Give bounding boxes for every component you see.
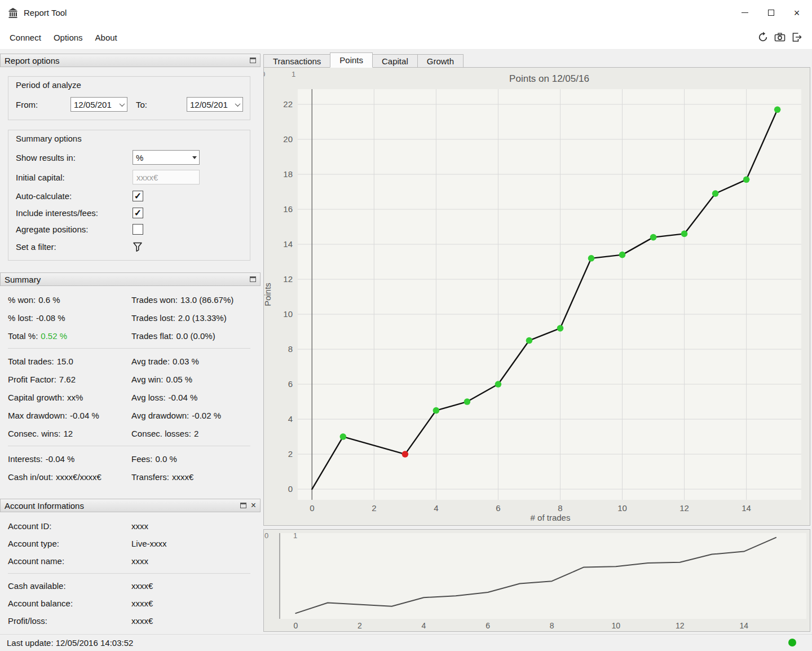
float-panel-icon[interactable]: [250, 276, 256, 282]
stat-value: 7.62: [59, 375, 76, 384]
svg-text:1: 1: [292, 70, 295, 78]
float-panel-icon[interactable]: [250, 58, 256, 63]
close-panel-icon[interactable]: ×: [251, 501, 256, 510]
include-fees-label: Include interests/fees:: [16, 208, 133, 218]
account-informations-panel: Account Informations × Account ID:xxxx A…: [0, 499, 261, 633]
initial-capital-input[interactable]: [133, 170, 200, 184]
maximize-button[interactable]: [758, 0, 784, 25]
svg-text:6: 6: [288, 379, 293, 389]
refresh-button[interactable]: [757, 31, 769, 43]
menu-connect[interactable]: Connect: [3, 29, 47, 46]
summary-row: % won:0.6 % Trades won:13.0 (86.67%): [0, 291, 261, 309]
account-label: Account type:: [8, 539, 131, 548]
summary-panel: Summary % won:0.6 % Trades won:13.0 (86.…: [0, 272, 261, 499]
stat-value: -0.02 %: [192, 411, 221, 420]
date-to-combobox[interactable]: 12/05/201: [187, 97, 243, 112]
maximize-icon: [768, 10, 774, 16]
stat-value: -0.04 %: [46, 454, 75, 464]
show-results-combobox[interactable]: %: [133, 150, 200, 165]
tab-growth[interactable]: Growth: [417, 54, 464, 68]
stat-label: Capital growth:: [8, 393, 64, 402]
points-navigator-canvas: 0246810121401: [264, 530, 810, 631]
stat-value: -0.04 %: [169, 393, 198, 402]
stat-value: xxxx€/xxxx€: [56, 472, 102, 482]
summary-row: Max drawdown:-0.04 % Avg drawdown:-0.02 …: [0, 406, 261, 424]
points-navigator-chart: 0246810121401: [263, 529, 810, 632]
tab-transactions[interactable]: Transactions: [263, 54, 330, 68]
auto-calculate-checkbox[interactable]: ✓: [133, 191, 143, 201]
svg-text:14: 14: [742, 503, 751, 513]
close-button[interactable]: ×: [784, 0, 810, 25]
window-controls: ×: [732, 0, 810, 25]
stat-label: % lost:: [8, 313, 33, 323]
menu-about[interactable]: About: [89, 29, 123, 46]
total-percent-value: 0.52 %: [41, 331, 67, 341]
stat-label: Max drawdown:: [8, 411, 67, 420]
stat-label: Fees:: [131, 454, 153, 464]
points-chart: 024681012140246810121416182022Points on …: [263, 67, 810, 526]
stat-label: Consec. losses:: [131, 429, 191, 438]
svg-text:0: 0: [264, 70, 265, 78]
points-chart-canvas: 024681012140246810121416182022Points on …: [264, 68, 810, 525]
close-icon: ×: [794, 8, 800, 18]
tab-points[interactable]: Points: [330, 52, 373, 68]
stat-value: -0.08 %: [36, 313, 65, 323]
svg-text:4: 4: [422, 621, 426, 630]
stat-label: Total trades:: [8, 357, 54, 366]
account-value: xxxx€: [131, 616, 153, 626]
last-update-text: Last update: 12/05/2016 14:03:52: [7, 638, 133, 648]
include-fees-checkbox[interactable]: ✓: [133, 208, 143, 218]
auto-calculate-label: Auto-calculate:: [16, 191, 133, 201]
svg-text:4: 4: [434, 503, 438, 513]
agregate-positions-checkbox[interactable]: [133, 224, 143, 235]
report-options-title: Report options: [5, 56, 60, 65]
minimize-button[interactable]: [732, 0, 758, 25]
stat-value: 2.0 (13.33%): [178, 313, 227, 323]
summary-header: Summary: [0, 272, 261, 286]
stat-label: Total %:: [8, 331, 38, 341]
set-filter-label: Set a filter:: [16, 242, 133, 252]
svg-text:10: 10: [283, 309, 293, 319]
account-row: Account balance:xxxx€: [0, 595, 261, 612]
svg-text:1: 1: [293, 531, 297, 540]
float-panel-icon[interactable]: [240, 503, 246, 508]
stat-label: Avg win:: [131, 375, 163, 384]
tab-capital[interactable]: Capital: [372, 54, 418, 68]
period-group-title: Period of analyze: [16, 79, 244, 90]
menu-options[interactable]: Options: [47, 29, 89, 46]
report-options-header: Report options: [0, 54, 261, 67]
stat-value: 13.0 (86.67%): [180, 295, 233, 305]
svg-text:8: 8: [288, 344, 293, 354]
summary-row: Cash in/out:xxxx€/xxxx€ Transfers:xxxx€: [0, 468, 261, 486]
svg-text:0: 0: [288, 484, 293, 494]
dropdown-arrow-icon: [189, 151, 199, 164]
svg-text:8: 8: [550, 621, 554, 630]
svg-text:0: 0: [293, 621, 298, 630]
summary-row: Profit Factor:7.62 Avg win:0.05 %: [0, 370, 261, 388]
stat-value: 0.6 %: [38, 295, 60, 305]
summary-row: % lost:-0.08 % Trades lost:2.0 (13.33%): [0, 309, 261, 327]
stat-value: -0.04 %: [70, 411, 99, 420]
filter-button[interactable]: [133, 241, 143, 252]
account-value: xxxx€: [131, 599, 153, 608]
stat-label: Cash in/out:: [8, 472, 53, 482]
refresh-icon: [757, 32, 769, 43]
agregate-positions-label: Agregate positions:: [16, 225, 133, 234]
summary-row: Capital growth:xx% Avg loss:-0.04 %: [0, 388, 261, 406]
export-button[interactable]: [791, 31, 803, 43]
screenshot-button[interactable]: [774, 31, 786, 43]
date-from-combobox[interactable]: 12/05/201: [70, 97, 127, 112]
svg-text:4: 4: [288, 414, 293, 424]
stat-value: xx%: [67, 393, 83, 402]
account-value: Live-xxxx: [131, 539, 167, 548]
app-window: Report Tool × Connect Options About: [0, 0, 812, 651]
account-row: Cash available:xxxx€: [0, 577, 261, 595]
account-row: Account name:xxxx: [0, 552, 261, 570]
svg-text:Points: Points: [264, 283, 272, 306]
stat-value: xxxx€: [172, 472, 193, 482]
stat-label: Avg loss:: [131, 393, 166, 402]
svg-text:20: 20: [283, 134, 293, 144]
window-title: Report Tool: [24, 8, 67, 17]
summary-row: Interests:-0.04 % Fees:0.0 %: [0, 450, 261, 468]
date-from-value: 12/05/201: [71, 100, 117, 109]
